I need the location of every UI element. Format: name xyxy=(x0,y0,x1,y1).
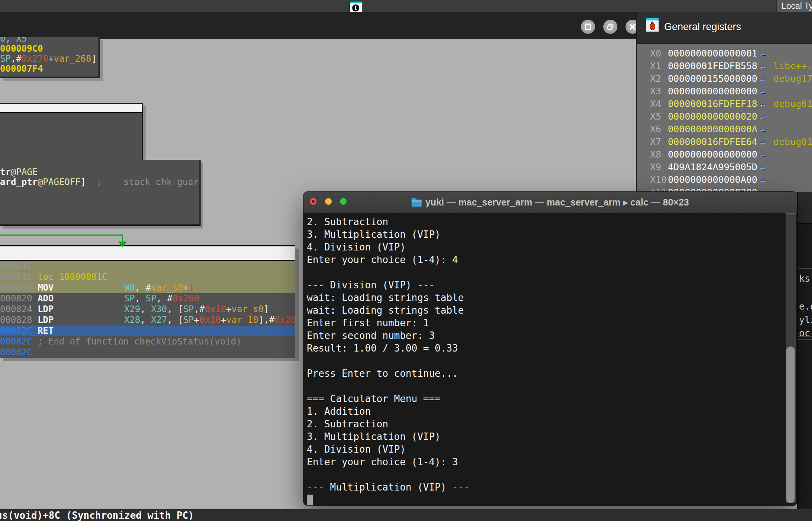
asm-line[interactable]: 00082C RET xyxy=(0,326,295,336)
tab-local-types[interactable]: Local Ty xyxy=(776,0,812,12)
follow-pointer-icon[interactable]: ↵ xyxy=(760,136,773,148)
follow-pointer-icon[interactable]: ↵ xyxy=(760,110,773,123)
register-value[interactable]: 0000000155000000 xyxy=(668,72,760,85)
register-row[interactable]: X94D9A1824A995005D↵ xyxy=(637,161,812,174)
follow-pointer-icon[interactable]: ↵ xyxy=(760,85,773,98)
asm-token: tr xyxy=(0,167,11,177)
traffic-light-minimize[interactable] xyxy=(325,198,332,205)
register-value[interactable]: 0000000000000001 xyxy=(668,47,760,60)
asm-token: MOV xyxy=(38,282,124,293)
asm-line[interactable]: 0, X5 xyxy=(0,37,98,44)
register-row[interactable]: X30000000000000000↵ xyxy=(637,85,812,98)
asm-line[interactable]: 000007F4 xyxy=(0,64,98,74)
registers-panel-title: General registers xyxy=(664,21,741,33)
traffic-light-close[interactable] xyxy=(310,198,316,205)
asm-line[interactable]: 000824 LDPX29, X30, [SP,#0x10+var_s0] xyxy=(0,304,295,315)
asm-token: 00081C xyxy=(0,282,38,293)
asm-token: ard_ptr xyxy=(0,177,38,187)
register-row[interactable]: X20000000155000000↵debug172: xyxy=(637,72,812,85)
terminal-line xyxy=(307,355,797,367)
asm-token: 00082C xyxy=(0,336,38,347)
asm-line[interactable]: 00081C xyxy=(0,261,295,272)
register-target-label: libc++.1. xyxy=(773,61,812,71)
graph-node-checkvipstatus: 00081C00081C loc_10000081C00081C MOVW0, … xyxy=(0,245,295,358)
graph-node-header[interactable] xyxy=(0,103,142,113)
asm-token: RET xyxy=(38,326,124,336)
terminal-title-text: yuki — mac_server_arm — mac_server_arm ▸… xyxy=(425,197,689,208)
follow-pointer-icon[interactable]: ↵ xyxy=(760,148,773,161)
terminal-scrollbar-thumb[interactable] xyxy=(786,346,795,503)
graph-node-header[interactable] xyxy=(0,245,295,261)
follow-pointer-icon[interactable]: ↵ xyxy=(760,98,773,110)
register-row[interactable]: X100000000000000A00↵ xyxy=(637,174,812,186)
folder-icon xyxy=(412,200,422,207)
follow-pointer-icon[interactable]: ↵ xyxy=(760,123,773,136)
register-row[interactable]: X00000000000000001↵ xyxy=(637,47,812,60)
register-name: X3 xyxy=(650,85,668,98)
terminal-output[interactable]: 2. Subtraction3. Multiplication (VIP)4. … xyxy=(303,213,797,505)
terminal-line: Enter your choice (1-4): 3 xyxy=(307,456,797,468)
asm-line[interactable]: 00082C xyxy=(0,347,295,358)
terminal-titlebar[interactable]: yuki — mac_server_arm — mac_server_arm ▸… xyxy=(303,192,797,213)
register-row[interactable]: X6000000000000000A↵ xyxy=(637,123,812,136)
panel-divider xyxy=(798,268,812,269)
asm-line[interactable]: 00081C MOVW0, #var_s0+1 xyxy=(0,282,295,293)
restore-button[interactable] xyxy=(603,20,617,34)
asm-token: ADD xyxy=(38,293,124,304)
asm-token: X29 xyxy=(124,304,140,314)
register-row[interactable]: X100000001FEDFB558↵libc++.1. xyxy=(637,60,812,72)
asm-token: 000009C0 xyxy=(0,43,43,54)
register-value[interactable]: 0000000000000020 xyxy=(668,110,760,123)
register-value[interactable]: 4D9A1824A995005D xyxy=(668,161,760,174)
asm-line[interactable]: tr@PAGE xyxy=(0,167,199,177)
asm-line[interactable]: 000009C0 xyxy=(0,44,98,54)
flow-arrow-line xyxy=(0,234,123,236)
register-value[interactable]: 000000016FDFEE64 xyxy=(668,136,760,148)
asm-line[interactable]: 00081C loc_10000081C xyxy=(0,272,295,282)
register-value[interactable]: 00000001FEDFB558 xyxy=(668,60,760,72)
terminal-line: Enter your choice (1-4): 4 xyxy=(307,253,797,266)
register-value[interactable]: 0000000000000000 xyxy=(668,85,760,98)
terminal-line: wait: Loading strings table xyxy=(307,291,797,304)
follow-pointer-icon[interactable]: ↵ xyxy=(760,174,773,186)
asm-line[interactable]: 00082C ; End of function checkVipStatus(… xyxy=(0,336,295,347)
asm-line[interactable]: ard_ptr@PAGEOFF] ; ___stack_chk_guard xyxy=(0,177,199,187)
register-row[interactable]: X80000000000000000↵ xyxy=(637,148,812,161)
terminal-line: 1. Addition xyxy=(307,405,797,418)
terminal-line: 2. Subtraction xyxy=(307,418,797,430)
asm-token: 0x260 xyxy=(172,293,199,304)
asm-token: + xyxy=(226,304,231,314)
asm-token: 00082C xyxy=(0,326,38,336)
background-panel-strip: ks.de.dyyliboc.c xyxy=(797,192,812,509)
register-value[interactable]: 0000000000000A00 xyxy=(668,174,760,186)
register-value[interactable]: 0000000000000000 xyxy=(668,148,760,161)
asm-token: LDP xyxy=(38,315,124,326)
asm-token: 00082C xyxy=(0,347,32,357)
asm-line[interactable]: SP,#0x270+var_268] xyxy=(0,54,98,64)
asm-token: , xyxy=(140,315,151,325)
asm-token: ] xyxy=(264,304,269,314)
asm-token: X30 xyxy=(151,304,167,314)
traffic-light-zoom[interactable] xyxy=(340,198,347,205)
asm-token: X28 xyxy=(124,315,140,325)
register-value[interactable]: 000000000000000A xyxy=(668,123,760,136)
asm-line[interactable]: 000820 ADDSP, SP, #0x260 xyxy=(0,293,295,304)
asm-token: 0, X5 xyxy=(0,37,27,44)
register-row[interactable]: X4000000016FDFEF18↵debug012: xyxy=(637,98,812,110)
close-icon xyxy=(629,23,636,30)
register-row[interactable]: X7000000016FDFEE64↵debug012: xyxy=(637,136,812,148)
follow-pointer-icon[interactable]: ↵ xyxy=(760,47,773,60)
panel-segment xyxy=(798,192,812,224)
maximize-button[interactable] xyxy=(581,20,595,34)
terminal-window[interactable]: yuki — mac_server_arm — mac_server_arm ▸… xyxy=(303,192,797,505)
follow-pointer-icon[interactable]: ↵ xyxy=(760,72,773,85)
register-row[interactable]: X50000000000000020↵ xyxy=(637,110,812,123)
asm-line[interactable]: 000828 LDPX28, X27, [SP+0x10+var_10],#0x… xyxy=(0,315,295,326)
register-value[interactable]: 000000016FDFEF18 xyxy=(668,98,760,110)
toolbar-strip xyxy=(0,12,636,39)
bug-body xyxy=(650,23,655,30)
follow-pointer-icon[interactable]: ↵ xyxy=(760,161,773,174)
follow-pointer-icon[interactable]: ↵ xyxy=(760,60,773,72)
terminal-line: Result: 1.00 / 3.00 = 0.33 xyxy=(307,342,797,355)
asm-token: ] xyxy=(91,54,97,64)
